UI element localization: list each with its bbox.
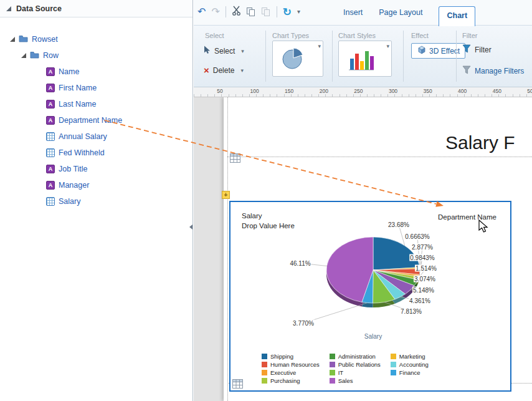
horizontal-ruler: 50100150200250300350400450500: [194, 87, 532, 97]
tree-item-label: First Name: [59, 84, 97, 92]
delete-button[interactable]: × Delete ▾: [204, 65, 244, 75]
tree-item-salary[interactable]: Salary: [0, 193, 192, 210]
cut-icon[interactable]: [232, 6, 241, 18]
filter-label: Filter: [475, 46, 492, 54]
tree-item-label: Salary: [59, 197, 80, 206]
chevron-down-icon[interactable]: ▾: [297, 9, 300, 15]
ruler-tick: 100: [250, 88, 259, 94]
design-canvas[interactable]: Salary F + Salary Drop Value Here Depart…: [194, 97, 532, 401]
table-icon[interactable]: [230, 153, 240, 163]
manage-filters-button[interactable]: Manage Filters: [462, 65, 524, 76]
legend-swatch: [391, 362, 396, 367]
legend-label: Shipping: [270, 353, 293, 360]
manage-filters-label: Manage Filters: [475, 67, 524, 75]
tab-chart[interactable]: Chart: [439, 6, 475, 26]
chart-style-chooser[interactable]: ▾: [338, 41, 392, 77]
chart-legend: ShippingHuman ResourcesExecutivePurchasi…: [262, 353, 429, 384]
redo-icon[interactable]: ↷: [211, 7, 219, 17]
expand-triangle-icon[interactable]: [10, 37, 15, 42]
group-divider: [456, 31, 457, 82]
expand-triangle-icon[interactable]: [21, 53, 26, 58]
legend-label: Executive: [270, 369, 296, 376]
data-source-header: Data Source: [0, 0, 192, 17]
legend-item: Human Resources: [262, 361, 320, 368]
3d-effect-button[interactable]: 3D Effect: [411, 43, 465, 59]
filter-button[interactable]: Filter: [462, 44, 492, 55]
legend-swatch: [391, 370, 396, 375]
funnel-icon: [462, 44, 471, 55]
panel-collapse-icon[interactable]: [6, 6, 11, 11]
ruler-tick: 200: [320, 88, 328, 94]
legend-item: Finance: [391, 369, 429, 376]
tree-item-manager[interactable]: A Manager: [0, 177, 192, 193]
chart-type-chooser[interactable]: ▾: [272, 41, 323, 77]
panel-title: Data Source: [16, 4, 62, 13]
tree-item-name[interactable]: A Name: [0, 64, 192, 80]
preview-refresh-icon[interactable]: ↻: [283, 7, 292, 17]
pie-percent-label: 0.6663%: [404, 233, 430, 240]
legend-label: IT: [338, 369, 343, 376]
chevron-down-icon[interactable]: ▾: [386, 43, 389, 49]
group-title-effect: Effect: [411, 32, 429, 39]
ruler-tick: 500: [527, 88, 532, 94]
3d-effect-label: 3D Effect: [429, 47, 460, 56]
cursor-arrow-icon: [204, 46, 211, 56]
pie-percent-label: 4.361%: [409, 297, 431, 304]
pie-percent-label: 23.68%: [387, 221, 410, 228]
legend-swatch: [330, 354, 335, 359]
paste-icon[interactable]: [262, 7, 271, 17]
pie-percent-label: 1.514%: [415, 265, 437, 272]
pie-chart-icon: [280, 46, 305, 74]
select-label: Select: [214, 47, 235, 56]
text-field-icon: A: [46, 84, 55, 92]
legend-label: Finance: [399, 369, 420, 376]
legend-item: Administration: [330, 353, 381, 360]
chevron-down-icon[interactable]: ▾: [318, 43, 321, 49]
text-field-icon: A: [46, 116, 55, 125]
number-field-icon: [46, 197, 55, 206]
ribbon-tabs: Insert Page Layout Chart: [343, 0, 475, 25]
folder-icon: [19, 34, 28, 45]
tree-item-row[interactable]: Row: [0, 47, 192, 64]
chevron-down-icon[interactable]: ▾: [241, 48, 244, 54]
page-margin-guide: [227, 157, 532, 157]
tree-item-label: Fed Withheld: [59, 148, 105, 157]
report-title-text[interactable]: Salary F: [445, 132, 515, 153]
group-divider: [332, 31, 333, 82]
chart-object[interactable]: Salary Drop Value Here Department Name 2…: [229, 201, 511, 392]
undo-icon[interactable]: ↶: [197, 7, 206, 17]
tree-item-first-name[interactable]: A First Name: [0, 80, 192, 96]
pie-percent-label: 3.074%: [414, 276, 436, 283]
tree-item-fed-withheld[interactable]: Fed Withheld: [0, 145, 192, 161]
panel-splitter-collapse-arrow[interactable]: [189, 225, 192, 229]
number-field-icon: [46, 132, 55, 141]
group-title-filter: Filter: [462, 32, 477, 39]
chart-value-label[interactable]: Salary Drop Value Here: [242, 211, 295, 231]
chart-series-label[interactable]: Department Name: [438, 213, 496, 221]
tree-item-label: Job Title: [59, 165, 88, 173]
table-icon[interactable]: [232, 379, 243, 389]
group-title-chart-types: Chart Types: [272, 32, 309, 39]
tree-item-rowset[interactable]: Rowset: [0, 31, 192, 47]
chart-move-handle[interactable]: +: [222, 191, 230, 199]
toolbar-divider: [226, 6, 226, 17]
group-title-chart-styles: Chart Styles: [338, 32, 376, 39]
chevron-down-icon[interactable]: ▾: [240, 67, 244, 74]
page-margin-guide: [227, 97, 228, 401]
tree-item-label: Rowset: [32, 35, 58, 44]
legend-label: Accounting: [399, 361, 429, 368]
tree-item-department-name[interactable]: A Department Name: [0, 112, 192, 128]
tree-item-job-title[interactable]: A Job Title: [0, 161, 192, 177]
select-button[interactable]: Select ▾: [204, 46, 244, 56]
tree-item-last-name[interactable]: A Last Name: [0, 96, 192, 112]
tab-insert[interactable]: Insert: [343, 8, 363, 17]
tree-item-annual-salary[interactable]: Annual Salary: [0, 128, 192, 145]
tab-page-layout[interactable]: Page Layout: [379, 8, 422, 17]
legend-label: Sales: [338, 377, 353, 384]
funnel-icon: [462, 65, 471, 76]
drop-value-hint: Drop Value Here: [242, 221, 295, 231]
data-source-panel: Data Source Rowset Row A Name A First Na…: [0, 0, 193, 401]
copy-icon[interactable]: [247, 7, 256, 17]
data-source-tree: Rowset Row A Name A First Name A Last Na…: [0, 17, 192, 210]
legend-label: Purchasing: [270, 377, 300, 384]
